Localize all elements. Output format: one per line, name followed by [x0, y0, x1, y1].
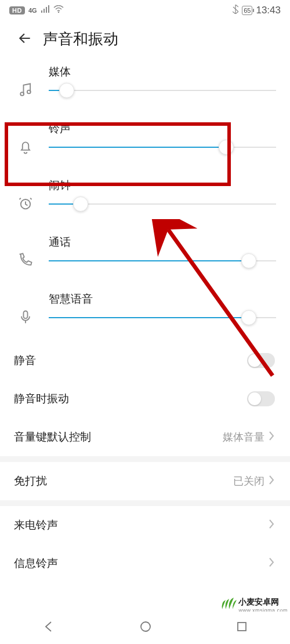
- vol-key-default-value: 媒体音量: [223, 430, 264, 444]
- sliders-section: 媒体 铃声 闹钟: [0, 55, 290, 339]
- alarm-label: 闹钟: [49, 178, 276, 193]
- vol-key-default-label: 音量键默认控制: [14, 430, 91, 445]
- svg-rect-7: [238, 623, 246, 631]
- status-left: HD 4G: [9, 5, 64, 16]
- page-title: 声音和振动: [43, 29, 118, 49]
- vibrate-on-mute-label: 静音时振动: [14, 391, 69, 406]
- media-row: 媒体: [14, 55, 276, 112]
- android-nav-bar: [0, 612, 290, 644]
- bluetooth-icon: [233, 5, 238, 16]
- mute-label: 静音: [14, 353, 36, 368]
- call-row: 通话: [14, 225, 276, 282]
- clock: 13:43: [256, 5, 281, 16]
- mute-row[interactable]: 静音: [0, 341, 290, 380]
- chevron-right-icon: [268, 431, 275, 444]
- mute-toggle[interactable]: [247, 353, 275, 368]
- settings-list: 静音 静音时振动 音量键默认控制 媒体音量 免打扰 已关闭 来电铃声 信息铃声: [0, 341, 290, 583]
- watermark-brand: 小麦安卓网: [238, 597, 288, 607]
- section-divider: [0, 500, 290, 506]
- ring-slider[interactable]: [49, 147, 276, 148]
- nav-recent-icon[interactable]: [236, 621, 248, 635]
- wifi-icon: [53, 5, 64, 16]
- phone-icon: [14, 235, 37, 268]
- network-4g: 4G: [28, 7, 37, 14]
- hd-badge: HD: [9, 6, 25, 14]
- incoming-tone-label: 来电铃声: [14, 518, 58, 533]
- chevron-right-icon: [268, 519, 275, 532]
- dnd-label: 免打扰: [14, 474, 47, 489]
- svg-point-0: [57, 12, 59, 13]
- svg-point-1: [20, 92, 24, 96]
- message-tone-label: 信息铃声: [14, 556, 58, 571]
- dnd-value: 已关闭: [233, 474, 264, 488]
- nav-back-icon[interactable]: [42, 620, 55, 635]
- alarm-row: 闹钟: [14, 169, 276, 225]
- vol-key-default-row[interactable]: 音量键默认控制 媒体音量: [0, 418, 290, 456]
- status-right: 65 13:43: [233, 5, 281, 16]
- incoming-tone-row[interactable]: 来电铃声: [0, 506, 290, 544]
- microphone-icon: [14, 292, 37, 325]
- alarm-clock-icon: [14, 178, 37, 212]
- message-tone-row[interactable]: 信息铃声: [0, 544, 290, 583]
- signal-icon: [41, 5, 50, 16]
- ring-label: 铃声: [49, 121, 276, 136]
- music-note-icon: [14, 64, 37, 98]
- ring-row: 铃声: [14, 112, 276, 169]
- aivoice-slider[interactable]: [49, 317, 276, 318]
- dnd-row[interactable]: 免打扰 已关闭: [0, 462, 290, 500]
- status-bar: HD 4G 65 13:43: [0, 0, 290, 19]
- media-label: 媒体: [49, 64, 276, 79]
- vibrate-on-mute-row[interactable]: 静音时振动: [0, 380, 290, 418]
- nav-home-icon[interactable]: [139, 620, 152, 635]
- vibrate-on-mute-toggle[interactable]: [247, 391, 275, 406]
- section-divider: [0, 456, 290, 462]
- chevron-right-icon: [268, 557, 275, 570]
- chevron-right-icon: [268, 475, 275, 488]
- bell-icon: [14, 121, 37, 155]
- call-label: 通话: [49, 235, 276, 250]
- svg-rect-4: [24, 311, 28, 319]
- media-slider[interactable]: [49, 90, 276, 91]
- aivoice-label: 智慧语音: [49, 292, 276, 307]
- svg-point-6: [141, 622, 150, 631]
- aivoice-row: 智慧语音: [14, 282, 276, 339]
- header: 声音和振动: [0, 19, 290, 55]
- alarm-slider[interactable]: [49, 203, 276, 205]
- back-icon[interactable]: [17, 31, 32, 48]
- call-slider[interactable]: [49, 260, 276, 261]
- svg-point-2: [27, 90, 31, 94]
- battery-indicator: 65: [242, 6, 252, 15]
